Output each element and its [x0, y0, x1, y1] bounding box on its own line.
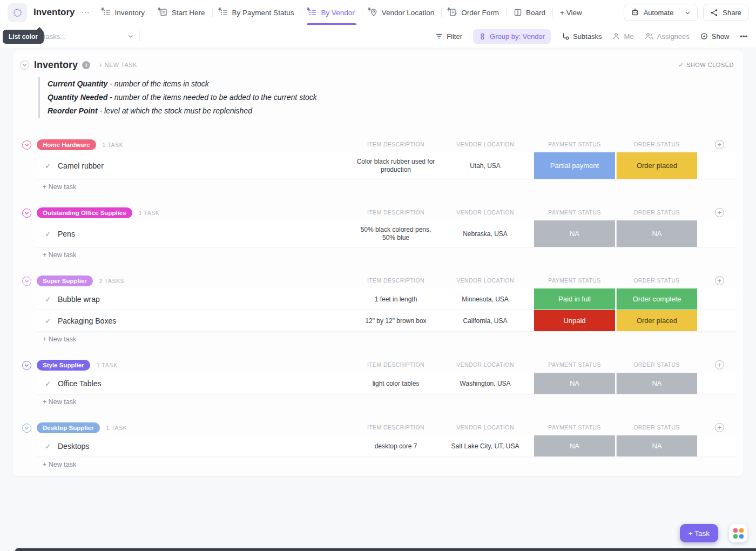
automate-button[interactable]: Automate — [624, 4, 698, 21]
add-task-button[interactable]: + New task — [43, 179, 744, 194]
add-task-button[interactable]: + New task — [43, 457, 744, 472]
collapse-list-chevron[interactable] — [20, 61, 29, 70]
group-list: Home Hardware 1 TASK ITEM DESCRIPTION VE… — [12, 137, 744, 472]
order-status-cell[interactable]: Order placed — [616, 310, 697, 331]
add-column-button[interactable]: + — [715, 423, 724, 432]
assignees-button[interactable]: Assignees — [645, 32, 690, 41]
filter-button[interactable]: Filter — [435, 32, 462, 41]
task-check-icon[interactable]: ✓ — [45, 442, 51, 451]
task-name[interactable]: Camel rubber — [58, 162, 104, 170]
more-options-button[interactable]: ••• — [740, 32, 747, 41]
task-name[interactable]: Office Tables — [58, 379, 101, 388]
vendor-location-cell[interactable]: Washington, USA — [443, 379, 527, 387]
task-row[interactable]: ✓ Packaging Boxes 12" by 12" brown box C… — [37, 310, 737, 332]
title-more-button[interactable]: ⋯ — [78, 8, 93, 17]
add-task-button[interactable]: + New task — [43, 394, 744, 409]
payment-status-cell[interactable]: NA — [534, 373, 615, 394]
tab-vendor-location[interactable]: Vendor Location — [362, 0, 442, 25]
task-name[interactable]: Desktops — [58, 442, 89, 451]
payment-status-cell[interactable]: Partial payment — [534, 152, 615, 179]
task-count: 2 TASKS — [99, 278, 124, 284]
item-description-cell[interactable]: 50% black colored pens, 50% blue — [355, 226, 436, 242]
payment-status-cell[interactable]: NA — [534, 435, 615, 456]
subtasks-button[interactable]: Subtasks — [562, 32, 602, 41]
tab-by-vendor[interactable]: By Vendor — [301, 0, 361, 25]
group-badge[interactable]: Super Supplier — [37, 276, 93, 286]
form-icon — [449, 8, 457, 17]
item-description-cell[interactable]: desktop core 7 — [355, 442, 436, 450]
collapse-group-chevron[interactable] — [22, 209, 31, 218]
order-status-cell[interactable]: NA — [616, 373, 697, 394]
item-description-cell[interactable]: 1 feet in length — [355, 295, 436, 303]
vendor-location-cell[interactable]: Salt Lake City, UT, USA — [443, 442, 527, 450]
task-check-icon[interactable]: ✓ — [45, 162, 51, 170]
add-column-button[interactable]: + — [715, 208, 724, 217]
add-column-button[interactable]: + — [715, 360, 724, 369]
info-icon[interactable]: i — [82, 61, 90, 69]
app-grid-button[interactable] — [729, 524, 747, 542]
task-check-icon[interactable]: ✓ — [45, 295, 51, 304]
chevron-down-icon[interactable] — [685, 10, 691, 16]
add-column-button[interactable]: + — [715, 276, 724, 285]
task-row[interactable]: ✓ Pens 50% black colored pens, 50% blue … — [37, 220, 737, 247]
collapse-group-chevron[interactable] — [22, 140, 31, 150]
group-badge[interactable]: Style Supplier — [37, 360, 90, 371]
item-description-cell[interactable]: light color tables — [355, 379, 436, 387]
collapse-group-chevron[interactable] — [22, 277, 31, 286]
chevron-down-icon[interactable] — [127, 33, 134, 39]
payment-status-cell[interactable]: NA — [534, 220, 615, 247]
show-closed-button[interactable]: ✓ SHOW CLOSED — [678, 62, 734, 69]
grid-dot-icon — [739, 534, 744, 539]
order-status-cell[interactable]: Order complete — [616, 288, 697, 310]
payment-status-cell[interactable]: Paid in full — [534, 288, 615, 310]
item-description-cell[interactable]: 12" by 12" brown box — [355, 317, 436, 325]
task-name[interactable]: Packaging Boxes — [58, 317, 116, 325]
show-button[interactable]: Show — [700, 32, 730, 41]
group-by-button[interactable]: Group by: Vendor — [473, 29, 551, 44]
list-color-button[interactable] — [8, 3, 27, 22]
order-status-cell[interactable]: Order placed — [616, 152, 697, 179]
vendor-location-cell[interactable]: California, USA — [443, 317, 527, 325]
new-task-fab[interactable]: + Task — [680, 524, 718, 542]
tab-start-here[interactable]: Start Here — [152, 0, 212, 25]
new-task-top-button[interactable]: + NEW TASK — [99, 62, 137, 68]
tab-board[interactable]: Board — [507, 0, 552, 25]
task-name[interactable]: Pens — [58, 230, 75, 238]
description-text: - level at which the stock must be reple… — [98, 106, 252, 115]
collapse-group-chevron[interactable] — [22, 424, 31, 433]
task-check-icon[interactable]: ✓ — [45, 230, 51, 238]
task-check-icon[interactable]: ✓ — [45, 379, 51, 388]
tab-label: Board — [526, 9, 545, 17]
item-description-cell[interactable]: Color black rubber used for production — [355, 158, 436, 174]
task-row[interactable]: ✓ Office Tables light color tables Washi… — [37, 373, 737, 394]
group-badge[interactable]: Outstanding Office Supplies — [37, 207, 132, 218]
me-filter-button[interactable]: Me — [612, 32, 633, 41]
task-check-icon[interactable]: ✓ — [45, 317, 51, 325]
add-column-button[interactable]: + — [715, 140, 724, 149]
tab-inventory[interactable]: Inventory — [96, 0, 152, 25]
vendor-location-cell[interactable]: Nebraska, USA — [443, 230, 527, 238]
order-status-cell[interactable]: NA — [616, 220, 697, 247]
add-task-button[interactable]: + New task — [43, 247, 744, 263]
group-badge[interactable]: Desktop Supplier — [37, 422, 100, 433]
collapse-group-chevron[interactable] — [22, 361, 31, 370]
tab-by-payment-status[interactable]: By Payment Status — [213, 0, 301, 25]
task-row[interactable]: ✓ Bubble wrap 1 feet in length Minnesota… — [37, 288, 737, 310]
task-count: 1 TASK — [106, 425, 127, 431]
payment-status-cell[interactable]: Unpaid — [534, 310, 615, 331]
task-name[interactable]: Bubble wrap — [58, 295, 100, 304]
add-task-button[interactable]: + New task — [43, 332, 744, 347]
task-row[interactable]: ✓ Desktops desktop core 7 Salt Lake City… — [37, 435, 737, 457]
grid-dot-icon — [733, 528, 738, 533]
group-badge[interactable]: Home Hardware — [37, 139, 96, 150]
task-row[interactable]: ✓ Camel rubber Color black rubber used f… — [37, 152, 737, 179]
tab-add-view[interactable]: + View — [553, 0, 589, 25]
tab-order-form[interactable]: Order Form — [442, 0, 506, 25]
column-header-vendor-location: VENDOR LOCATION — [443, 424, 527, 431]
vendor-location-cell[interactable]: Minnesota, USA — [443, 295, 527, 303]
eye-icon — [700, 32, 708, 40]
share-button[interactable]: Share — [703, 4, 748, 21]
vendor-location-cell[interactable]: Utah, USA — [443, 162, 527, 170]
order-status-cell[interactable]: NA — [616, 435, 697, 456]
top-bar: Inventory ⋯ Inventory Start Here By Paym… — [0, 0, 756, 25]
